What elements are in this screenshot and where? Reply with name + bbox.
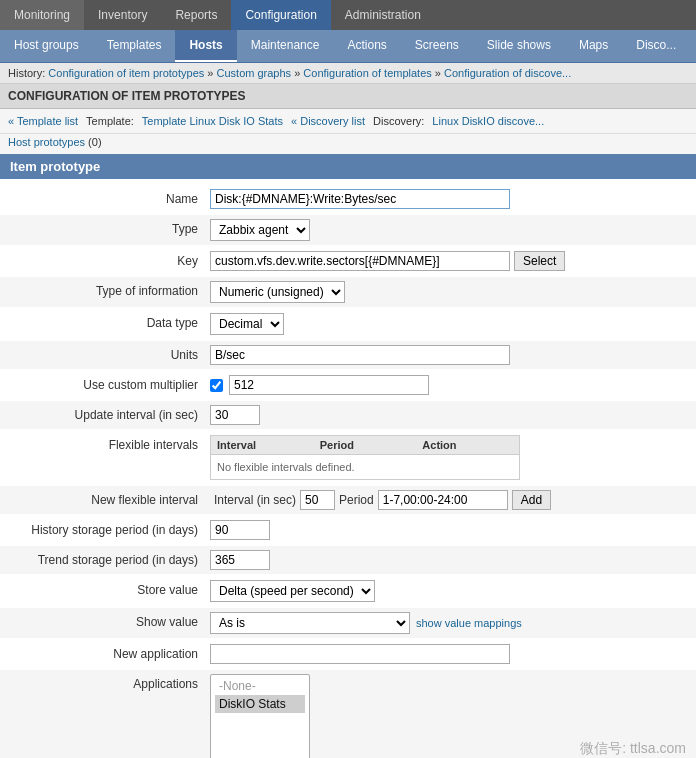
breadcrumb-sep-2: » [294, 67, 303, 79]
host-prototypes-count-val: (0) [88, 136, 101, 148]
name-control [210, 189, 686, 209]
type-row: Type Zabbix agent [0, 215, 696, 245]
page-title: CONFIGURATION OF ITEM PROTOTYPES [0, 84, 696, 109]
store-value-label: Store value [10, 580, 210, 597]
update-interval-input[interactable] [210, 405, 260, 425]
nav-monitoring[interactable]: Monitoring [0, 0, 84, 30]
flexible-intervals-label: Flexible intervals [10, 435, 210, 452]
period-input[interactable] [378, 490, 508, 510]
nav-reports[interactable]: Reports [161, 0, 231, 30]
nav-templates[interactable]: Templates [93, 30, 176, 62]
name-input[interactable] [210, 189, 510, 209]
custom-multiplier-input[interactable] [229, 375, 429, 395]
type-of-info-control: Numeric (unsigned) [210, 281, 686, 303]
data-type-select[interactable]: Decimal [210, 313, 284, 335]
discovery-list-link[interactable]: « Discovery list [291, 115, 365, 127]
trend-control [210, 550, 686, 570]
breadcrumb-link-3[interactable]: Configuration of templates [303, 67, 431, 79]
flex-col-action: Action [416, 436, 519, 454]
custom-multiplier-label: Use custom multiplier [10, 375, 210, 392]
type-of-info-row: Type of information Numeric (unsigned) [0, 277, 696, 307]
units-row: Units [0, 341, 696, 369]
history-row: History storage period (in days) [0, 520, 696, 540]
trend-label: Trend storage period (in days) [10, 550, 210, 567]
breadcrumb-history-label: History: [8, 67, 45, 79]
data-type-label: Data type [10, 313, 210, 330]
discovery-name-link[interactable]: Linux DiskIO discove... [432, 115, 544, 127]
store-value-control: Delta (speed per second) [210, 580, 686, 602]
nav-configuration[interactable]: Configuration [231, 0, 330, 30]
nav-inventory[interactable]: Inventory [84, 0, 161, 30]
show-value-label: Show value [10, 612, 210, 629]
nav-actions[interactable]: Actions [333, 30, 400, 62]
update-interval-row: Update interval (in sec) [0, 401, 696, 429]
host-prototypes-row: Host prototypes (0) [0, 134, 696, 154]
new-flex-interval-row: New flexible interval Interval (in sec) … [0, 486, 696, 514]
history-input[interactable] [210, 520, 270, 540]
template-list-link[interactable]: « Template list [8, 115, 78, 127]
units-label: Units [10, 345, 210, 362]
new-flex-controls: Interval (in sec) Period Add [214, 490, 551, 510]
applications-row: Applications -None- DiskIO Stats [0, 670, 696, 758]
new-application-label: New application [10, 644, 210, 661]
history-control [210, 520, 686, 540]
show-value-control: As is show value mappings [210, 612, 686, 634]
trend-input[interactable] [210, 550, 270, 570]
applications-label: Applications [10, 674, 210, 691]
template-label: Template: [86, 115, 134, 127]
units-control [210, 345, 686, 365]
new-flex-label: New flexible interval [10, 493, 210, 507]
breadcrumb-link-1[interactable]: Configuration of item prototypes [48, 67, 204, 79]
new-application-row: New application [0, 644, 696, 664]
period-label: Period [339, 493, 374, 507]
store-value-select[interactable]: Delta (speed per second) [210, 580, 375, 602]
type-of-info-select[interactable]: Numeric (unsigned) [210, 281, 345, 303]
breadcrumb-sep-3: » [435, 67, 444, 79]
section-header: Item prototype [0, 154, 696, 179]
nav-disco[interactable]: Disco... [622, 30, 690, 62]
type-select[interactable]: Zabbix agent [210, 219, 310, 241]
new-application-input[interactable] [210, 644, 510, 664]
nav-maps[interactable]: Maps [565, 30, 622, 62]
custom-multiplier-checkbox[interactable] [210, 379, 223, 392]
key-label: Key [10, 251, 210, 268]
breadcrumb-link-4[interactable]: Configuration of discove... [444, 67, 571, 79]
select-button[interactable]: Select [514, 251, 565, 271]
app-option-diskio: DiskIO Stats [215, 695, 305, 713]
nav-administration[interactable]: Administration [331, 0, 435, 30]
applications-select[interactable]: -None- DiskIO Stats [210, 674, 310, 758]
nav-screens[interactable]: Screens [401, 30, 473, 62]
custom-multiplier-control [210, 375, 686, 395]
nav-hosts[interactable]: Hosts [175, 30, 236, 62]
store-value-row: Store value Delta (speed per second) [0, 580, 696, 602]
nav-host-groups[interactable]: Host groups [0, 30, 93, 62]
template-name-link[interactable]: Template Linux Disk IO Stats [142, 115, 283, 127]
key-input[interactable] [210, 251, 510, 271]
second-navigation: Host groups Templates Hosts Maintenance … [0, 30, 696, 63]
units-input[interactable] [210, 345, 510, 365]
update-interval-label: Update interval (in sec) [10, 405, 210, 422]
flexible-intervals-table: Interval Period Action No flexible inter… [210, 435, 520, 480]
type-label: Type [10, 219, 210, 236]
host-prototypes-link[interactable]: Host prototypes [8, 136, 85, 148]
data-type-control: Decimal [210, 313, 686, 335]
history-label: History storage period (in days) [10, 520, 210, 537]
breadcrumb-link-2[interactable]: Custom graphs [217, 67, 292, 79]
nav-maintenance[interactable]: Maintenance [237, 30, 334, 62]
show-value-select[interactable]: As is [210, 612, 410, 634]
applications-control: -None- DiskIO Stats [210, 674, 686, 758]
show-value-row: Show value As is show value mappings [0, 608, 696, 638]
top-navigation: Monitoring Inventory Reports Configurati… [0, 0, 696, 30]
show-value-mappings-link[interactable]: show value mappings [416, 617, 522, 629]
interval-in-sec-input[interactable] [300, 490, 335, 510]
nav-slide-shows[interactable]: Slide shows [473, 30, 565, 62]
add-button[interactable]: Add [512, 490, 551, 510]
sub-navigation: « Template list Template: Template Linux… [0, 109, 696, 134]
discovery-label: Discovery: [373, 115, 424, 127]
flexible-intervals-row: Flexible intervals Interval Period Actio… [0, 435, 696, 480]
type-of-info-label: Type of information [10, 281, 210, 298]
update-interval-control [210, 405, 686, 425]
flex-col-period: Period [314, 436, 417, 454]
custom-multiplier-row: Use custom multiplier [0, 375, 696, 395]
name-label: Name [10, 189, 210, 206]
